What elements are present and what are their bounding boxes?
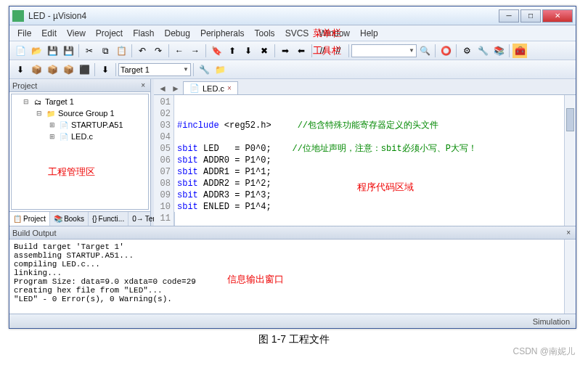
- toolbox-icon[interactable]: 🧰: [513, 44, 527, 58]
- minimize-button[interactable]: ─: [499, 9, 519, 23]
- project-pane-close-icon[interactable]: ×: [139, 81, 147, 89]
- code-editor[interactable]: 01020304050607080910111213 ⊟141516 #incl…: [154, 95, 576, 226]
- tree-file-startup[interactable]: ⊞📄STARTUP.A51: [13, 119, 147, 131]
- menu-project[interactable]: Project: [91, 27, 128, 40]
- menu-file[interactable]: File: [12, 27, 36, 40]
- find-icon[interactable]: 🔍: [417, 44, 432, 58]
- manage-icon[interactable]: 📁: [213, 62, 227, 77]
- menu-tools[interactable]: Tools: [250, 27, 280, 40]
- tab-nav-right-icon[interactable]: ►: [170, 83, 181, 94]
- menubar: File Edit View Project Flash Debug Perip…: [9, 25, 576, 41]
- redo-icon[interactable]: ↷: [151, 44, 166, 58]
- debug-icon[interactable]: ⭕: [438, 44, 453, 58]
- bookmark-next-icon[interactable]: ⬇: [241, 44, 256, 58]
- menu-help[interactable]: Help: [355, 27, 383, 40]
- statusbar: Simulation: [9, 314, 576, 328]
- close-button[interactable]: ✕: [542, 9, 573, 23]
- paste-icon[interactable]: 📋: [114, 44, 128, 58]
- maximize-button[interactable]: □: [520, 9, 541, 23]
- callout-toolbar: 工具栏: [313, 44, 341, 57]
- app-icon: [12, 10, 24, 22]
- build-scrollbar[interactable]: [564, 240, 576, 314]
- tree-source-group[interactable]: ⊟📁Source Group 1: [13, 107, 147, 119]
- find-combo[interactable]: ▼: [351, 44, 417, 57]
- line-gutter: 01020304050607080910111213 ⊟141516: [154, 95, 174, 226]
- new-file-icon[interactable]: 📄: [13, 44, 28, 58]
- tab-functions[interactable]: {}Functi...: [89, 212, 128, 226]
- stop-build-icon[interactable]: ⬛: [77, 62, 91, 77]
- open-file-icon[interactable]: 📂: [29, 44, 44, 58]
- books-icon[interactable]: 📚: [491, 44, 506, 58]
- workspace-body: Project × ⊟🗂Target 1 ⊟📁Source Group 1 ⊞📄…: [9, 79, 576, 226]
- nav-back-icon[interactable]: ←: [172, 44, 187, 58]
- build-icon[interactable]: 📦: [29, 62, 44, 77]
- toolbar-build: ⬇ 📦 📦 📦 ⬛ ⬇ Target 1▼ 🔧 📁: [9, 60, 576, 79]
- tab-books[interactable]: 📚Books: [50, 212, 89, 226]
- translate-icon[interactable]: ⬇: [13, 62, 28, 77]
- file-tab-ledc[interactable]: 📄LED.c×: [183, 81, 238, 94]
- download-icon[interactable]: ⬇: [98, 62, 113, 77]
- tree-file-ledc[interactable]: ⊞📄LED.c: [13, 131, 147, 142]
- bookmark-icon[interactable]: 🔖: [209, 44, 224, 58]
- status-text: Simulation: [533, 317, 570, 326]
- indent-icon[interactable]: ➡: [278, 44, 293, 58]
- bookmark-clear-icon[interactable]: ✖: [257, 44, 271, 58]
- watermark: CSDN @南妮儿: [513, 345, 575, 358]
- callout-code: 程序代码区域: [357, 181, 414, 194]
- options-icon[interactable]: 🔧: [475, 44, 490, 58]
- tree-target[interactable]: ⊟🗂Target 1: [13, 96, 147, 107]
- config-icon[interactable]: ⚙: [460, 44, 474, 58]
- menu-edit[interactable]: Edit: [36, 27, 62, 40]
- undo-icon[interactable]: ↶: [135, 44, 150, 58]
- save-all-icon[interactable]: 💾: [61, 44, 75, 58]
- build-output-header: Build Output ×: [9, 226, 576, 240]
- callout-menubar: 菜单栏: [313, 27, 341, 40]
- editor-scrollbar[interactable]: [564, 95, 576, 226]
- project-pane-tabs: 📋Project 📚Books {}Functi... 0→Templ...: [9, 211, 150, 226]
- window-title: LED - µVision4: [28, 11, 499, 21]
- build-output-close-icon[interactable]: ×: [564, 229, 573, 237]
- menu-flash[interactable]: Flash: [128, 27, 159, 40]
- target-combo[interactable]: Target 1▼: [118, 63, 191, 76]
- save-icon[interactable]: 💾: [45, 44, 60, 58]
- build-output-body[interactable]: Build target 'Target 1' assembling START…: [9, 240, 576, 314]
- menu-peripherals[interactable]: Peripherals: [195, 27, 250, 40]
- callout-project: 工程管理区: [48, 165, 95, 179]
- tab-project[interactable]: 📋Project: [9, 212, 50, 226]
- callout-output: 信息输出窗口: [227, 273, 284, 286]
- target-options-icon[interactable]: 🔧: [197, 62, 211, 77]
- build-batch-icon[interactable]: 📦: [61, 62, 75, 77]
- menu-svcs[interactable]: SVCS: [280, 27, 314, 40]
- copy-icon[interactable]: ⧉: [98, 44, 113, 58]
- bookmark-prev-icon[interactable]: ⬆: [225, 44, 240, 58]
- titlebar: LED - µVision4 ─ □ ✕: [9, 7, 576, 25]
- project-tree[interactable]: ⊟🗂Target 1 ⊟📁Source Group 1 ⊞📄STARTUP.A5…: [11, 94, 149, 210]
- toolbar-main: 📄 📂 💾 💾 ✂ ⧉ 📋 ↶ ↷ ← → 🔖 ⬆ ⬇ ✖ ➡ ⬅ // // …: [9, 41, 576, 60]
- code-body[interactable]: #include <reg52.h> //包含特殊功能寄存器定义的头文件 sbi…: [174, 95, 576, 226]
- menu-debug[interactable]: Debug: [160, 27, 195, 40]
- tab-nav-left-icon[interactable]: ◄: [157, 83, 168, 94]
- project-pane-header: Project ×: [9, 79, 150, 92]
- file-tabs: ◄ ► 📄LED.c×: [154, 79, 576, 95]
- main-window: LED - µVision4 ─ □ ✕ File Edit View Proj…: [9, 6, 576, 329]
- rebuild-icon[interactable]: 📦: [45, 62, 60, 77]
- bottom-area: Build Output × Build target 'Target 1' a…: [9, 226, 576, 314]
- nav-fwd-icon[interactable]: →: [188, 44, 203, 58]
- editor-area: ◄ ► 📄LED.c× 01020304050607080910111213 ⊟…: [154, 79, 576, 226]
- file-tab-close-icon[interactable]: ×: [227, 84, 232, 92]
- build-output-pane: Build Output × Build target 'Target 1' a…: [9, 226, 576, 314]
- figure-caption: 图 1-7 工程文件: [9, 333, 579, 346]
- cut-icon[interactable]: ✂: [82, 44, 97, 58]
- project-pane: Project × ⊟🗂Target 1 ⊟📁Source Group 1 ⊞📄…: [9, 79, 151, 226]
- outdent-icon[interactable]: ⬅: [294, 44, 309, 58]
- menu-view[interactable]: View: [62, 27, 91, 40]
